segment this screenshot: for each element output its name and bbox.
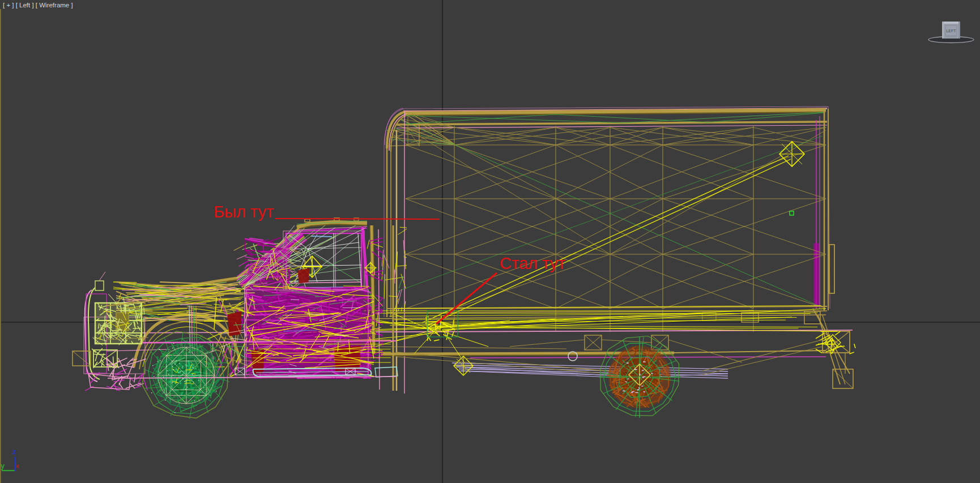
- svg-text:Был тут: Был тут: [214, 203, 274, 221]
- svg-text:z: z: [12, 447, 16, 456]
- svg-text:Стал тут: Стал тут: [500, 254, 565, 272]
- svg-text:y: y: [1, 461, 5, 470]
- svg-text:[ + ] [ Left ] [ Wireframe ]: [ + ] [ Left ] [ Wireframe ]: [3, 2, 73, 8]
- svg-text:LEFT: LEFT: [946, 29, 956, 33]
